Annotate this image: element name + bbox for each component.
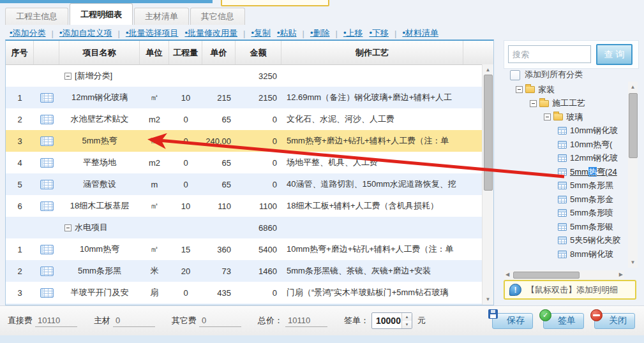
grid-item-icon: [558, 154, 567, 162]
stepper-up-icon[interactable]: ▲: [402, 313, 412, 321]
tree-vscrollbar[interactable]: ▲ ▼: [628, 82, 638, 268]
tree-node-施工工艺[interactable]: 施工工艺: [503, 97, 628, 111]
tree-node-5mm条形喷[interactable]: 5mm条形喷: [503, 207, 628, 221]
collapse-icon[interactable]: [64, 224, 71, 231]
tab-工程主信息[interactable]: 工程主信息: [5, 8, 68, 25]
row-grid-icon[interactable]: [40, 115, 54, 124]
folder-icon: [539, 100, 549, 107]
row-grid-icon[interactable]: [40, 158, 54, 168]
query-button[interactable]: 查 询: [596, 44, 633, 65]
table-row[interactable]: 110mm热弯㎡15360540010mm热弯+磨边+钻孔+辅料+人工费（注：单: [6, 238, 493, 260]
column-header-项目名称: 项目名称: [59, 41, 140, 64]
scroll-down-icon[interactable]: ▼: [483, 296, 493, 302]
cell-icon: [34, 245, 59, 254]
footer-field-label: 总价：: [258, 315, 283, 326]
table-row[interactable]: 35mm热弯㎡0240.0005mm热弯+磨边+钻孔+辅料+人工费（注：单: [6, 130, 493, 152]
collapse-icon[interactable]: [516, 86, 523, 93]
row-grid-icon[interactable]: [40, 93, 54, 103]
collapse-icon[interactable]: [64, 73, 71, 80]
cell-icon: [34, 288, 59, 298]
scroll-up-icon[interactable]: ▲: [483, 67, 493, 73]
toolbar-link-材料清单[interactable]: •材料清单: [402, 27, 438, 39]
add-to-all-checkbox[interactable]: [510, 70, 520, 80]
toolbar-link-粘贴[interactable]: •粘贴: [277, 27, 297, 39]
toolbar-link-下移[interactable]: •下移: [369, 27, 389, 39]
tree-scroll-left-icon[interactable]: ◀: [505, 270, 509, 279]
tree-node-10mm热弯([interactable]: 10mm热弯(: [503, 138, 628, 152]
toolbar-link-批量选择项目[interactable]: •批量选择项目: [126, 27, 179, 39]
关闭-button[interactable]: 关闭: [594, 313, 635, 329]
tree-folder-label: 玻璃: [566, 112, 583, 123]
tree-folder-label: 家装: [538, 84, 555, 96]
tree-node-5mm热弯(24[interactable]: 5mm热弯(24: [503, 165, 628, 179]
row-grid-icon[interactable]: [40, 288, 54, 298]
checkbox-label: 添加到所有分类: [525, 69, 583, 80]
row-grid-icon[interactable]: [40, 245, 54, 254]
cell-name: 半玻平开门及安: [59, 287, 140, 298]
tree-node-12mm钢化玻[interactable]: 12mm钢化玻: [503, 152, 628, 166]
table-row[interactable]: 618细木工板基层㎡10110110018细木工板+辅料+人工费（含机具损耗）: [6, 195, 493, 217]
footer-field-value[interactable]: 0: [113, 316, 155, 327]
tree-node-10mm钢化玻[interactable]: 10mm钢化玻: [503, 124, 628, 138]
group-row[interactable]: 水电项目6860: [6, 217, 493, 238]
column-header-工程量: 工程量: [169, 41, 202, 64]
保存-button[interactable]: 保存: [492, 313, 533, 329]
cell-amount: 0: [236, 288, 281, 298]
cell-seq: 1: [6, 93, 34, 103]
collapse-icon[interactable]: [530, 100, 537, 107]
footer-field-value[interactable]: 0: [199, 316, 241, 327]
footer-field-label: 其它费: [172, 315, 197, 326]
tree-scroll-right-icon[interactable]: ▶: [619, 270, 623, 279]
toolbar-link-删除[interactable]: •删除: [310, 27, 330, 39]
签单-button[interactable]: ✓签单: [543, 313, 584, 329]
table-row[interactable]: 5涵管敷设m065040涵管、道路切割、150mm水泥道路恢复、挖: [6, 173, 493, 195]
search-input[interactable]: [508, 45, 591, 63]
tree-hscrollbar-thumb[interactable]: [513, 272, 580, 279]
tree-node-5mm条形银[interactable]: 5mm条形银: [503, 220, 628, 234]
row-grid-icon[interactable]: [40, 266, 54, 276]
cell-name: 5mm热弯: [59, 135, 140, 147]
group-row[interactable]: [新增分类]3250: [6, 65, 493, 87]
tab-其它信息[interactable]: 其它信息: [190, 8, 245, 25]
tree-node-玻璃[interactable]: 玻璃: [503, 110, 628, 124]
toolbar-link-复制[interactable]: •复制: [251, 27, 271, 39]
tree-folder-label: 施工工艺: [552, 98, 585, 109]
scrollbar-thumb[interactable]: [484, 75, 493, 191]
tree-hscrollbar[interactable]: ◀ ▶: [504, 270, 624, 279]
cell-name: 18细木工板基层: [59, 200, 140, 212]
tree-node-5夹5钢化夹胶[interactable]: 5夹5钢化夹胶: [503, 234, 628, 248]
row-grid-icon[interactable]: [40, 180, 54, 189]
footer-field-value[interactable]: 10110: [285, 316, 327, 327]
table-row[interactable]: 112mm钢化玻璃㎡10215215012.69mm（备注）钢化玻璃+磨边+辅料…: [6, 87, 493, 108]
table-row[interactable]: 3半玻平开门及安扇04350门扇（“景鸿”实木半玻贴板门+5mm钻石玻璃: [6, 282, 493, 303]
row-grid-icon[interactable]: [40, 201, 54, 211]
toolbar-link-批量修改用量[interactable]: •批量修改用量: [184, 27, 237, 39]
tree-node-8mm钢化玻[interactable]: 8mm钢化玻: [503, 247, 628, 261]
tree-scroll-down-icon[interactable]: ▼: [628, 259, 638, 265]
tree-node-家装[interactable]: 家装: [503, 83, 628, 97]
collapse-icon[interactable]: [544, 113, 551, 120]
row-grid-icon[interactable]: [40, 136, 54, 146]
tab-主材清单[interactable]: 主材清单: [134, 8, 189, 25]
toolbar-link-添加分类[interactable]: •添加分类: [10, 27, 46, 39]
footer-field-value[interactable]: 10110: [35, 316, 77, 327]
cell-name: 10mm热弯: [59, 244, 140, 255]
stepper-down-icon[interactable]: ▼: [402, 321, 412, 328]
sign-amount-value[interactable]: 10000: [372, 313, 401, 328]
column-header-序号: 序号: [6, 41, 34, 64]
tree-node-5mm条形金[interactable]: 5mm条形金: [503, 193, 628, 207]
folder-icon: [553, 113, 563, 120]
sign-amount-stepper[interactable]: 10000 ▲ ▼: [371, 312, 412, 329]
cell-seq: 3: [6, 288, 34, 298]
tree-scroll-up-icon[interactable]: ▲: [628, 84, 638, 90]
toolbar-link-上移[interactable]: •上移: [343, 27, 363, 39]
tab-工程明细表[interactable]: 工程明细表: [70, 3, 133, 25]
tree-node-5mm条形黑[interactable]: 5mm条形黑: [503, 179, 628, 193]
toolbar-link-添加自定义项[interactable]: •添加自定义项: [59, 27, 112, 39]
table-row[interactable]: 25mm条形黑米207314605mm条形黑镜、茶镜、灰镜+磨边+安装: [6, 260, 493, 282]
table-row[interactable]: 2水池壁艺术贴文m20650文化石、水泥、河沙、人工费: [6, 108, 493, 130]
table-vscrollbar[interactable]: ▲ ▼: [482, 64, 493, 305]
tree-scrollbar-thumb[interactable]: [629, 93, 638, 158]
table-row[interactable]: 4平整场地m20650场地平整、机具、人工费: [6, 152, 493, 173]
tab-strip: 工程主信息工程明细表主材清单其它信息: [5, 4, 246, 25]
